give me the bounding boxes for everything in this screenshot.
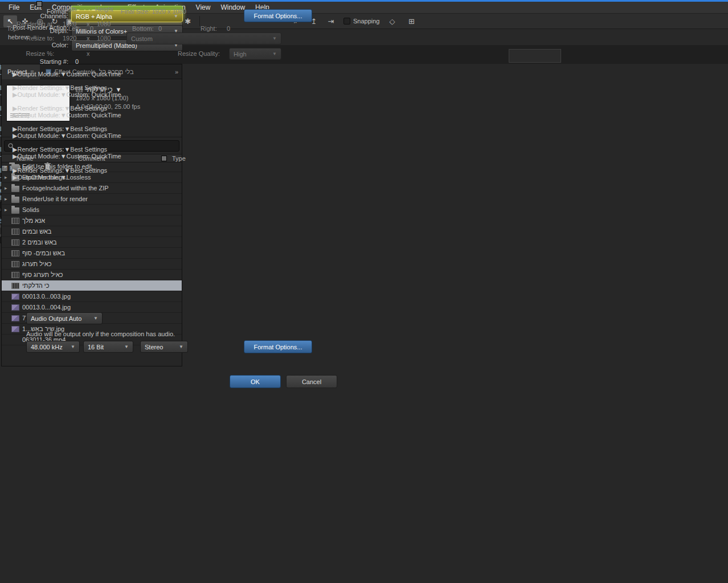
label-column-icon[interactable] [36,1,42,7]
image-icon [11,315,19,321]
after-effects-window: FileEditCompositionLayerEffectAnimationV… [0,0,728,583]
resize-preset-dropdown[interactable]: Custom ▼ [126,32,281,44]
chevron-down-icon[interactable]: ▼ [60,71,67,78]
render-settings-label: Render Settings: [17,146,64,153]
chevron-down-icon[interactable]: ▼ [60,132,67,139]
twirl-icon[interactable]: ▸ [5,164,11,169]
overflow-icon[interactable]: » [175,68,178,75]
menu-view[interactable]: View [191,2,216,14]
chevron-down-icon[interactable]: ▼ [64,125,70,132]
project-item[interactable]: ▸FootageIncluded within the ZIP [2,183,182,194]
audio-format-options-button[interactable]: Format Options... [244,340,312,353]
chevron-down-icon: ▼ [121,344,129,349]
output-module-value[interactable]: Custom: QuickTime [67,153,121,160]
project-item[interactable]: ▸Solids [2,205,182,215]
output-module-value[interactable]: Custom: QuickTime [67,112,121,119]
project-item[interactable]: כאיל תערוג [2,259,182,270]
project-item[interactable]: באש ובמים- סוף [2,248,182,259]
project-item[interactable]: 00013.0...003.jpg [2,291,182,302]
resize-height[interactable]: 1080 [97,35,111,42]
twirl-icon[interactable]: ▸ [5,174,11,180]
resize-pct-label: Resize %: [0,50,54,57]
resize-preset-value: Custom [131,35,153,42]
project-item[interactable]: באש ובמים [2,226,182,237]
project-item[interactable]: באש ובמים 2 [2,237,182,248]
chevron-down-icon[interactable]: ▼ [60,112,67,119]
audio-channels-dropdown[interactable]: Stereo ▼ [140,341,188,353]
resize-quality-dropdown[interactable]: High ▼ [229,48,281,60]
audio-output-dropdown[interactable]: Audio Output Auto ▼ [26,312,103,324]
crop-top-value[interactable]: 0 [30,25,33,32]
fast-previews-icon[interactable]: ⊞ [405,15,419,27]
snapping-checkbox[interactable] [343,18,350,25]
output-module-label: Output Module: [17,153,60,160]
image-icon [11,326,19,332]
crop-right-label: Right: [201,25,217,32]
audio-output-value: Audio Output Auto [31,315,81,322]
item-name: באש ובמים [22,228,51,235]
project-item[interactable]: אנא מלך [2,215,182,226]
output-module-value[interactable]: Lossless [67,174,91,181]
x-separator: x [87,50,90,57]
project-item[interactable]: 00013.0...004.jpg [2,302,182,313]
sample-rate-dropdown[interactable]: 48.000 kHz ▼ [26,341,80,353]
starting-number-label: Starting #: [0,58,68,65]
output-module-row[interactable]: ▶Output Module:▼Custom: QuickTime+−Outpu… [0,112,728,119]
x-separator: x [87,35,90,42]
rendering-height: 1080 [97,21,111,27]
crop-left-value[interactable]: 0 [90,25,93,32]
render-settings-value[interactable]: Best Settings [70,125,107,132]
mask-feather-icon[interactable]: ⇥ [324,15,338,27]
image-icon [11,304,19,311]
label-column-icon[interactable] [161,156,167,161]
item-name: 00013.0...004.jpg [22,304,71,311]
final-size-label: Final Size: 1920 x 1080 [121,8,186,15]
chevron-down-icon[interactable]: ▼ [64,146,70,153]
starting-number-value[interactable]: 0 [75,58,79,65]
chevron-down-icon[interactable]: ▼ [60,91,67,98]
chevron-down-icon[interactable]: ▼ [60,174,67,181]
project-item[interactable]: כי הדלקתי [2,280,182,291]
item-comment: Included within the ZIP [45,185,108,191]
bit-depth-value: 16 Bit [88,344,104,350]
chevron-down-icon[interactable]: ▼ [64,167,70,174]
project-item[interactable]: כאיל תערוג סוף [2,270,182,280]
render-settings-label: Render Settings: [17,84,64,91]
output-module-value[interactable]: Custom: QuickTime [67,71,121,78]
resize-width[interactable]: 1920 [63,35,76,42]
item-name: כאיל תערוג סוף [22,271,63,278]
zoom-quality-icon[interactable]: ◇ [386,15,399,27]
crop-right-value[interactable]: 0 [227,25,230,32]
twirl-icon[interactable]: ▸ [5,196,11,202]
chevron-down-icon[interactable]: ▼ [64,84,70,91]
comp-icon [11,239,19,246]
ok-button[interactable]: OK [230,375,281,388]
resize-quality-value: High [234,51,247,58]
comp-icon [11,218,19,224]
project-item[interactable]: ▸RenderUse it for render [2,194,182,205]
crop-bottom-value[interactable]: 0 [158,25,162,32]
output-module-row[interactable]: ▶Output Module:▼Custom: QuickTime+−Outpu… [0,132,728,139]
render-settings-value[interactable]: Best Settings [70,105,107,112]
popup-remnant [509,49,561,63]
comp-icon [11,229,19,235]
puppet-pin-tool-icon[interactable]: ✱ [181,15,195,27]
format-options-button[interactable]: Format Options... [244,9,312,22]
output-module-row[interactable]: ▶Output Module:▼Custom: QuickTime+−Outpu… [0,91,728,98]
render-settings-value[interactable]: Best Settings [70,167,107,174]
output-module-label: Output Module: [17,71,60,78]
width-column-label: Width [57,6,80,13]
output-module-value[interactable]: Custom: QuickTime [67,132,121,139]
output-module-row[interactable]: ▶Output Module:▼Custom: QuickTime+−Outpu… [0,71,728,78]
render-settings-value[interactable]: Best Settings [70,146,107,153]
cancel-button[interactable]: Cancel [286,375,337,388]
twirl-icon[interactable]: ▸ [5,185,11,191]
output-module-value[interactable]: Custom: QuickTime [67,91,121,98]
chevron-down-icon[interactable]: ▼ [60,153,67,160]
bit-depth-dropdown[interactable]: 16 Bit ▼ [83,341,133,353]
chevron-down-icon[interactable]: ▼ [64,105,70,112]
twirl-icon[interactable]: ▸ [5,207,11,213]
channels-value: RGB + Alpha [76,13,112,20]
render-settings-value[interactable]: Best Settings [70,84,107,91]
output-module-row[interactable]: ▶Output Module:▼Custom: QuickTime+−Outpu… [0,153,728,160]
